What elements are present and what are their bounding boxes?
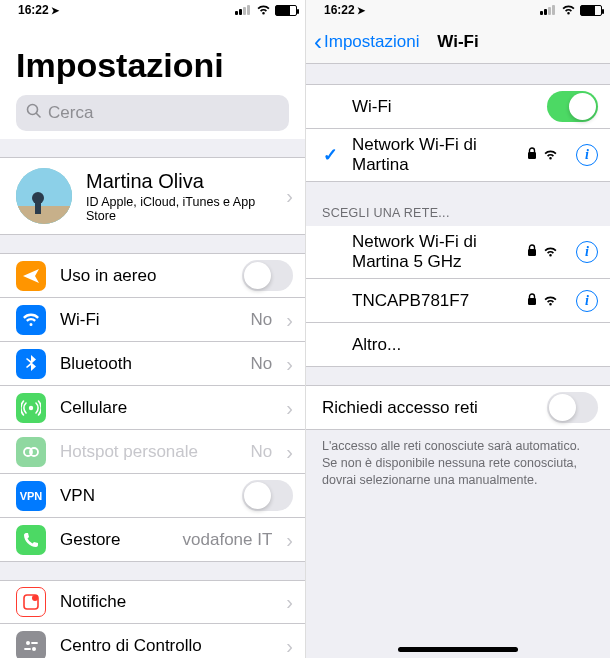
location-icon: ➤ — [357, 5, 365, 16]
wifi-toggle[interactable] — [547, 91, 598, 122]
wifi-icon — [16, 305, 46, 335]
battery-icon — [275, 5, 297, 16]
signal-icon — [235, 5, 250, 15]
info-icon[interactable]: i — [576, 241, 598, 263]
svg-rect-15 — [528, 152, 536, 159]
search-icon — [26, 103, 42, 124]
status-bar: 16:22 ➤ — [0, 0, 305, 20]
chevron-right-icon: › — [286, 530, 293, 550]
bluetooth-icon — [16, 349, 46, 379]
wifi-signal-icon — [543, 147, 558, 163]
phone-icon — [16, 525, 46, 555]
wifi-signal-icon — [543, 293, 558, 309]
wifi-status-icon — [561, 3, 576, 18]
ask-join-row: Richiedi accesso reti — [306, 385, 610, 430]
row-vpn[interactable]: VPN VPN — [0, 474, 305, 518]
chevron-right-icon: › — [286, 398, 293, 418]
lock-icon — [527, 244, 537, 260]
location-icon: ➤ — [51, 5, 59, 16]
control-center-icon — [16, 631, 46, 659]
profile-subtitle: ID Apple, iCloud, iTunes e App Store — [86, 195, 272, 223]
other-network-row[interactable]: Altro... — [306, 323, 610, 367]
svg-rect-5 — [35, 198, 41, 214]
svg-rect-17 — [528, 298, 536, 305]
search-placeholder: Cerca — [48, 103, 93, 123]
wifi-signal-icon — [543, 244, 558, 260]
chevron-right-icon: › — [286, 354, 293, 374]
home-indicator[interactable] — [398, 647, 518, 652]
chevron-right-icon: › — [286, 592, 293, 612]
signal-icon — [540, 5, 555, 15]
lock-icon — [527, 293, 537, 309]
phone-settings: 16:22 ➤ Impostazioni Cerca — [0, 0, 305, 658]
battery-icon — [580, 5, 602, 16]
notifications-icon — [16, 587, 46, 617]
airplane-toggle[interactable] — [242, 260, 293, 291]
status-bar: 16:22 ➤ — [306, 0, 610, 20]
row-carrier[interactable]: Gestore vodafone IT › — [0, 518, 305, 562]
nav-bar: ‹ Impostazioni Wi-Fi — [306, 20, 610, 64]
checkmark-icon: ✓ — [322, 144, 338, 166]
chevron-right-icon: › — [286, 310, 293, 330]
profile-row[interactable]: Martina Oliva ID Apple, iCloud, iTunes e… — [0, 157, 305, 235]
back-button[interactable]: ‹ Impostazioni — [314, 28, 419, 56]
row-notifications[interactable]: Notifiche › — [0, 580, 305, 624]
svg-line-1 — [37, 113, 41, 117]
svg-point-13 — [32, 647, 36, 651]
row-control-center[interactable]: Centro di Controllo › — [0, 624, 305, 658]
header: Impostazioni Cerca — [0, 20, 305, 139]
network-row[interactable]: TNCAPB781F7 i — [306, 279, 610, 323]
row-wifi[interactable]: Wi-Fi No › — [0, 298, 305, 342]
cellular-icon — [16, 393, 46, 423]
svg-rect-3 — [16, 206, 72, 224]
svg-rect-16 — [528, 249, 536, 256]
ask-join-footer: L'accesso alle reti conosciute sarà auto… — [306, 430, 610, 497]
airplane-icon — [16, 261, 46, 291]
vpn-icon: VPN — [16, 481, 46, 511]
connected-network-row[interactable]: ✓ Network Wi-Fi di Martina i — [306, 129, 610, 182]
profile-name: Martina Oliva — [86, 170, 272, 193]
page-title: Impostazioni — [16, 46, 289, 85]
wifi-panel: Wi-Fi ✓ Network Wi-Fi di Martina i SCEGL… — [306, 64, 610, 658]
row-airplane[interactable]: Uso in aereo — [0, 253, 305, 298]
wifi-status-icon — [256, 3, 271, 18]
vpn-toggle[interactable] — [242, 480, 293, 511]
settings-list: Martina Oliva ID Apple, iCloud, iTunes e… — [0, 139, 305, 658]
wifi-toggle-row: Wi-Fi — [306, 84, 610, 129]
svg-point-11 — [26, 641, 30, 645]
chevron-right-icon: › — [286, 636, 293, 656]
info-icon[interactable]: i — [576, 144, 598, 166]
chevron-right-icon: › — [286, 186, 293, 206]
phone-wifi: 16:22 ➤ ‹ Impostazioni Wi-Fi Wi-Fi ✓ — [305, 0, 610, 658]
row-bluetooth[interactable]: Bluetooth No › — [0, 342, 305, 386]
lock-icon — [527, 147, 537, 163]
info-icon[interactable]: i — [576, 290, 598, 312]
status-time: 16:22 — [324, 3, 355, 17]
chevron-right-icon: › — [286, 442, 293, 462]
network-row[interactable]: Network Wi-Fi di Martina 5 GHz i — [306, 226, 610, 279]
search-input[interactable]: Cerca — [16, 95, 289, 131]
chevron-left-icon: ‹ — [314, 28, 322, 56]
svg-point-6 — [29, 405, 33, 409]
row-cellular[interactable]: Cellulare › — [0, 386, 305, 430]
ask-join-toggle[interactable] — [547, 392, 598, 423]
avatar — [16, 168, 72, 224]
hotspot-icon — [16, 437, 46, 467]
choose-network-header: SCEGLI UNA RETE... — [306, 200, 610, 226]
status-time: 16:22 — [18, 3, 49, 17]
svg-point-10 — [32, 595, 38, 601]
row-hotspot[interactable]: Hotspot personale No › — [0, 430, 305, 474]
